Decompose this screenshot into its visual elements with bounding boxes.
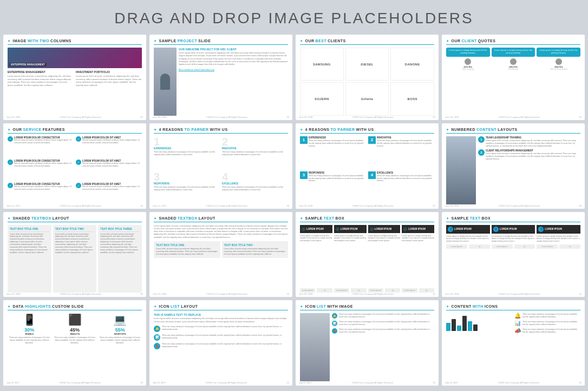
reason-1-num: 1 [154, 136, 220, 147]
quote-2-bubble: Lorem ipsum is simply dummy text for the… [492, 48, 535, 57]
page-title: DRAG AND DROP IMAGE PLACEHOLDERS [0, 0, 588, 35]
reason-2-num: 2 [222, 136, 288, 147]
slide-2-num: 02 [287, 116, 289, 118]
feature-1-text: LOREM IPSUM DOLOR CONSECTETURSed do eius… [14, 136, 74, 157]
reason-3: 3 RESPONSIVE There are many variations o… [154, 171, 220, 204]
slide7-reason-1: 1 EXPERIENCED There are many variations … [300, 136, 366, 169]
slide-11-item-1-btn2[interactable]: ◎ [317, 288, 332, 293]
slide-8-item-2-num: 2 [478, 149, 485, 156]
slide7-reason-3-content: RESPONSIVE There are many variations of … [309, 171, 366, 204]
slide-11-item-3-header: ◎ LOREM IPSUM [368, 225, 401, 233]
slide-7-footer: June 23, 2018 ©2018 Your Company, All Ri… [296, 204, 439, 207]
slide-11-item-1-icon: ◎ [302, 227, 305, 231]
logo-danone: DANONE [390, 48, 434, 81]
slide-14-title-plain: ICON [159, 304, 170, 308]
slide-13-title: DATA HIGHLIGHTS CUSTOM SLIDE [8, 304, 142, 310]
slide-7-title: 4 REASONS TO PARNER WITH US [300, 128, 434, 134]
bar-3 [457, 326, 461, 331]
slide-10-title-rest: LAYOUT [199, 216, 215, 220]
feature-1: ✓ LOREM IPSUM DOLOR CONSECTETURSed do ei… [8, 136, 74, 157]
slide-12-item-3-btn2[interactable]: ◎ [559, 244, 580, 249]
slide-9-title-accent: TEXTBOX [31, 216, 51, 220]
reason-1-title: EXPERIENCED [154, 147, 220, 150]
slide-7-date: June 23, 2018 [299, 204, 312, 207]
slide-8-item-1: 1 TEAM LEADERSHIP TRAINING Lorem ipsum d… [478, 136, 580, 148]
reason-4-text: There are many variations of passages of… [222, 186, 288, 191]
quote-3-role: CEO, Re. Some Named [550, 68, 567, 70]
slide-9-copyright: ©2018 Your Company, All Rights Reserved [60, 293, 101, 295]
slide-11-item-2-btn1[interactable]: Lorem Ipsum [334, 288, 349, 293]
slide-12-item-3-btn1[interactable]: Lorem Ipsum [537, 244, 558, 249]
slide-2-title-accent: PROJECT [178, 39, 198, 43]
feature-3-icon: ✓ [8, 160, 13, 165]
slide7-reason-4-content: EXCELLENCE There are many variations of … [377, 171, 434, 204]
feature-5: ✓ LOREM IPSUM DOLOR CONSECTETURSed do ei… [8, 183, 74, 204]
slide-10-title: SHADED TEXTBOX LAYOUT [154, 216, 288, 222]
reason-3-num: 3 [154, 171, 220, 182]
slide-9-num: 09 [141, 293, 143, 295]
stat-desktops-pct: 55% [115, 327, 125, 333]
slide-14-copyright: ©2018 Your Company, All Rights Reserved [206, 381, 247, 384]
slide-12-item-2-btn2[interactable]: ◎ [514, 244, 535, 249]
slide-11-num: 11 [433, 293, 435, 295]
feature-5-icon: ✓ [8, 183, 13, 188]
quote-1: Lorem ipsum is simply dummy text for the… [446, 48, 490, 116]
slide-15-item-2-icon: 📊 [332, 321, 337, 326]
slide-2-silhouette [160, 74, 170, 90]
stat-mobile-text: There are many variations of passages of… [8, 336, 51, 344]
slide-12-item-3: 👤 LOREM IPSUM Lorem ipsum is simply dumm… [537, 225, 580, 293]
slide-12-copyright: ©2018 Your Company, All Rights Reserved [498, 293, 539, 295]
slide-11-item-3-btn2[interactable]: ◎ [385, 288, 400, 293]
slide-14-intro: Lorem ipsum dolor sit amet, consectetuer… [154, 317, 288, 323]
slide-2-proj-body: Lorem ipsum dolor sit amet, consectetuer… [179, 52, 288, 67]
slide-7-reasons: 1 EXPERIENCED There are many variations … [300, 136, 434, 204]
slide-12-item-3-text: Lorem ipsum is simply dummy test sample … [537, 235, 580, 243]
slide-11-item-4-btn1[interactable]: Lorem Ipsum [402, 288, 417, 293]
slide-14-item-1-text: There are many variations of passages of… [162, 326, 288, 331]
slide-1: IMAGE WITH TWO COLUMNS ENTERPRISE MANAGE… [3, 35, 146, 120]
slide-11-item-3-btn1[interactable]: Lorem Ipsum [368, 288, 383, 293]
slide-8-item-1-content: TEAM LEADERSHIP TRAINING Lorem ipsum dol… [486, 136, 580, 148]
slide-16-date: July 23, 2017 [445, 381, 458, 384]
slide-10-copyright: ©2018 Your Company, All Rights Reserved [206, 293, 247, 295]
slide-5: OUR SERVICE FEATURES ✓ LOREM IPSUM DOLOR… [3, 123, 146, 209]
feature-2: ✓ LOREM IPSUM DOLOR SIT AMETSed do eiusm… [76, 136, 142, 157]
slide-16-title: CONTENT WITH ICONS [446, 304, 580, 310]
logo-samsung: SAMSUNG [300, 48, 344, 81]
slide-9-title-rest: LAYOUT [53, 216, 69, 220]
slide-12-item-1-btn2[interactable]: ◎ [469, 244, 490, 249]
slide-8-title: NUMBERED CONTENT LAyoutS [446, 128, 580, 134]
slide-13-copyright: ©2018 Your Company, All Rights Reserved [60, 381, 101, 384]
slide-8-content: 1 TEAM LEADERSHIP TRAINING Lorem ipsum d… [446, 136, 580, 204]
slide-3-num: 03 [433, 116, 435, 118]
slide-12-item-3-title: LOREM IPSUM [545, 228, 562, 230]
slide-2-link[interactable]: More details at: www.ProjectSite.com [179, 68, 288, 71]
slide-12-item-2-header: 👤 LOREM IPSUM [492, 225, 535, 234]
reason-3-text: There are many variations of passages of… [154, 186, 220, 191]
quote-3-bubble: Lorem ipsum is simply dummy text for the… [537, 48, 580, 57]
slide-9-box-3-title: TEXT BOX TITLE THREE [100, 227, 140, 232]
slide7-reason-1-content: EXPERIENCED There are many variations of… [309, 136, 366, 169]
slide-10-box-1-title: TEXT BOX TITLE ONE [156, 243, 218, 247]
slide-11-item-2-btn2[interactable]: ◎ [351, 288, 366, 293]
slide-2-title-plain: SAMPLE [159, 39, 177, 43]
slide-11-item-1-btn1[interactable]: Lorem Ipsum [300, 288, 315, 293]
slide-8-item-2: 2 CLIENT RELATIONSHIPS MANAGEMENT Lorem … [478, 149, 580, 161]
slide-1-copyright: ©2018 Your Company, All Rights Reserved [60, 116, 101, 118]
slide-11-item-4-btn2[interactable]: ◎ [419, 288, 434, 293]
feature-3: ✓ LOREM IPSUM DOLOR CONSECTETURSed do ei… [8, 160, 74, 181]
stat-desktops-label: DESKTOPS [114, 333, 126, 335]
stat-mobile-label: MOBILE [25, 333, 34, 335]
slide-14-footer: July 23, 2017 ©2018 Your Company, All Ri… [149, 381, 292, 384]
slide-11-item-3-footer: Lorem Ipsum ◎ [368, 288, 401, 293]
slide-8-item-2-content: CLIENT RELATIONSHIPS MANAGEMENT Lorem ip… [486, 149, 580, 161]
slide-12-item-1-btn1[interactable]: Lorem Ipsum [446, 244, 467, 249]
slide-12-item-2-btn1[interactable]: Lorem Ipsum [492, 244, 513, 249]
slide-2-text: OUR AWESOME PROJECT FOR ABC CLIENT Lorem… [179, 48, 288, 116]
slide-11-item-4-title: LOREM IPSUM [408, 228, 426, 230]
slide-16-title-accent: WITH [473, 304, 484, 308]
logo-diesel: DIESEL [345, 48, 389, 81]
slide-11-item-4-icon: ◎ [403, 227, 407, 231]
slide-12-items: 👤 LOREM IPSUM Lorem ipsum is simply dumm… [446, 225, 580, 293]
bar-1 [446, 323, 450, 331]
